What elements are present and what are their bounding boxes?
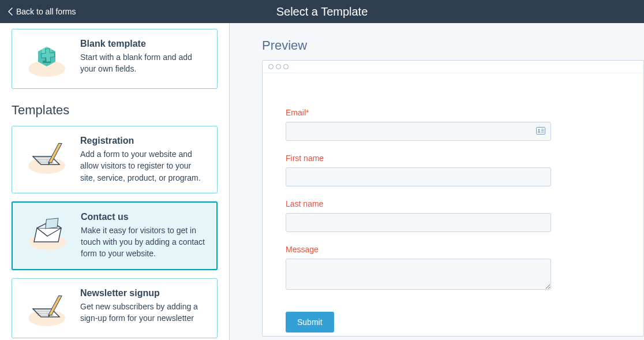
window-dot (268, 64, 274, 69)
form-preview: Email* First name Last name (263, 73, 574, 340)
main: Blank template Start with a blank form a… (0, 23, 644, 340)
card-title: Contact us (81, 212, 206, 222)
card-title: Registration (80, 136, 207, 146)
card-desc: Get new subscribers by adding a sign-up … (80, 301, 207, 324)
sidebar: Blank template Start with a blank form a… (0, 23, 230, 340)
submit-button[interactable]: Submit (286, 312, 334, 332)
field-label: Message (286, 245, 551, 254)
back-to-forms-link[interactable]: Back to all forms (0, 7, 84, 16)
preview-area: Preview Email* First n (230, 23, 644, 340)
window-dot (276, 64, 281, 69)
browser-dots (263, 61, 643, 73)
svg-point-6 (538, 129, 540, 130)
form-field-message: Message (286, 245, 551, 292)
contact-card-icon (536, 126, 545, 137)
blank-template-icon (23, 39, 71, 79)
form-field-email: Email* (286, 108, 551, 141)
card-desc: Make it easy for visitors to get in touc… (81, 225, 206, 260)
back-label: Back to all forms (16, 7, 76, 16)
card-title: Newsletter signup (80, 288, 207, 298)
card-title: Blank template (80, 39, 207, 49)
form-field-first-name: First name (286, 154, 551, 186)
last-name-input[interactable] (286, 213, 551, 232)
card-desc: Start with a blank form and add your own… (80, 51, 207, 75)
svg-rect-3 (46, 218, 58, 229)
template-card-newsletter[interactable]: Newsletter signup Get new subscribers by… (12, 278, 218, 338)
form-field-last-name: Last name (286, 199, 551, 232)
page-title: Select a Template (276, 5, 368, 18)
window-dot (283, 64, 289, 69)
field-label: Email* (286, 108, 551, 117)
card-desc: Add a form to your website and allow vis… (80, 148, 207, 184)
message-textarea[interactable] (286, 259, 551, 290)
field-label: First name (286, 154, 551, 163)
preview-heading: Preview (262, 38, 644, 53)
first-name-input[interactable] (286, 167, 551, 186)
newsletter-icon (23, 288, 71, 328)
field-label: Last name (286, 199, 551, 208)
template-card-blank[interactable]: Blank template Start with a blank form a… (12, 29, 218, 89)
registration-icon (23, 136, 71, 176)
topbar: Back to all forms Select a Template (0, 0, 644, 23)
chevron-left-icon (8, 8, 13, 16)
template-card-contact-us[interactable]: Contact us Make it easy for visitors to … (12, 201, 218, 270)
template-card-registration[interactable]: Registration Add a form to your website … (12, 126, 218, 193)
templates-heading: Templates (12, 103, 218, 118)
email-input[interactable] (286, 122, 551, 141)
contact-us-icon (23, 212, 72, 252)
browser-mock: Email* First name Last name (262, 60, 644, 337)
